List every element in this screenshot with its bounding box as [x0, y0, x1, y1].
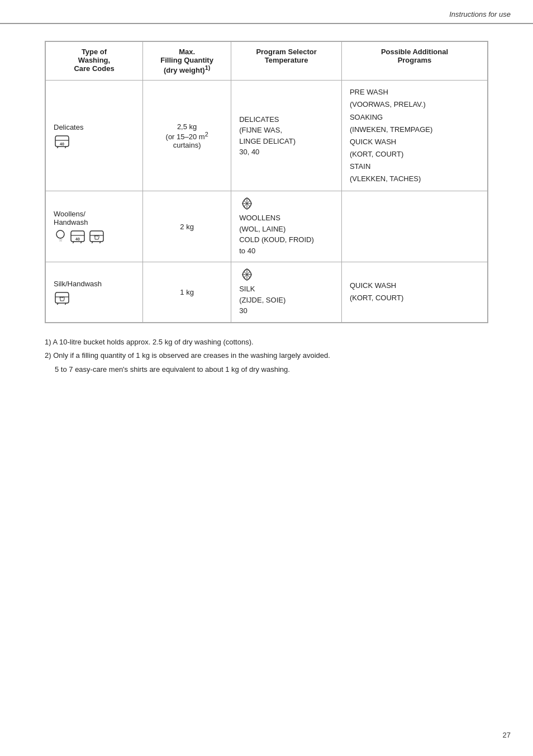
note-1: 1) A 10-litre bucket holds approx. 2.5 k… — [45, 337, 488, 348]
additional-cell-silk: QUICK WASH(KORT, COURT) — [341, 262, 487, 323]
type-cell-silk: Silk/Handwash — [46, 262, 143, 323]
additional-cell-delicates: PRE WASH(VOORWAS, PRELAV.)SOAKING(INWEKE… — [341, 81, 487, 191]
hand-tub-icon — [88, 229, 105, 243]
type-label-silk: Silk/Handwash — [54, 280, 135, 288]
type-cell-delicates: Delicates 40 — [46, 81, 143, 191]
filling-cell-silk: 1 kg — [143, 262, 231, 323]
svg-text:☆: ☆ — [59, 238, 63, 243]
page-number: 27 — [503, 731, 511, 739]
type-label-delicates: Delicates — [54, 123, 135, 131]
col-header-filling: Max.Filling Quantity(dry weight)1) — [143, 42, 231, 81]
note-2: 2) Only if a filling quantity of 1 kg is… — [45, 350, 488, 362]
washing-table: Type ofWashing,Care Codes Max.Filling Qu… — [45, 41, 488, 323]
col-header-program: Program SelectorTemperature — [231, 42, 342, 81]
program-cell-delicates: DELICATES(FIJNE WAS,LINGE DELICAT)30, 40 — [231, 81, 342, 191]
wool-temp-icon — [239, 197, 255, 210]
note-2-sub: 5 to 7 easy-care men's shirts are equiva… — [45, 364, 488, 376]
filling-cell-delicates: 2,5 kg(or 15–20 m2curtains) — [143, 81, 231, 191]
washing-table-wrapper: Type ofWashing,Care Codes Max.Filling Qu… — [45, 41, 488, 323]
additional-cell-woollens — [341, 191, 487, 262]
handwash-icon: ☆ — [54, 229, 67, 243]
filling-cell-woollens: 2 kg — [143, 191, 231, 262]
svg-point-4 — [56, 230, 64, 238]
program-cell-woollens: WOOLLENS(WOL, LAINE)COLD (KOUD, FROID)to… — [231, 191, 342, 262]
table-row: Woollens/Handwash ☆ 40 — [46, 191, 488, 262]
care-icons-delicates: 40 — [54, 134, 135, 148]
col-header-type: Type ofWashing,Care Codes — [46, 42, 143, 81]
notes-section: 1) A 10-litre bucket holds approx. 2.5 k… — [45, 337, 488, 376]
table-row: Delicates 40 — [46, 81, 488, 191]
program-cell-silk: SILK(ZIJDE, SOIE)30 — [231, 262, 342, 323]
care-icons-silk — [54, 290, 135, 305]
silk-temp-icon — [239, 268, 255, 281]
tub-40-icon: 40 — [54, 134, 70, 148]
page-header: Instructions for use — [0, 0, 533, 24]
main-content: Type ofWashing,Care Codes Max.Filling Qu… — [0, 24, 533, 400]
table-row: Silk/Handwash — [46, 262, 488, 323]
silk-hand-tub-icon — [54, 290, 70, 305]
col-header-additional: Possible AdditionalPrograms — [341, 42, 487, 81]
table-header-row: Type ofWashing,Care Codes Max.Filling Qu… — [46, 42, 488, 81]
tub-icon-wool: 40 — [69, 229, 86, 243]
type-cell-woollens: Woollens/Handwash ☆ 40 — [46, 191, 143, 262]
care-icons-woollens: ☆ 40 — [54, 229, 135, 243]
type-label-woollens: Woollens/Handwash — [54, 210, 135, 226]
page-header-title: Instructions for use — [449, 10, 511, 18]
svg-text:40: 40 — [75, 237, 80, 241]
svg-text:40: 40 — [60, 142, 64, 146]
